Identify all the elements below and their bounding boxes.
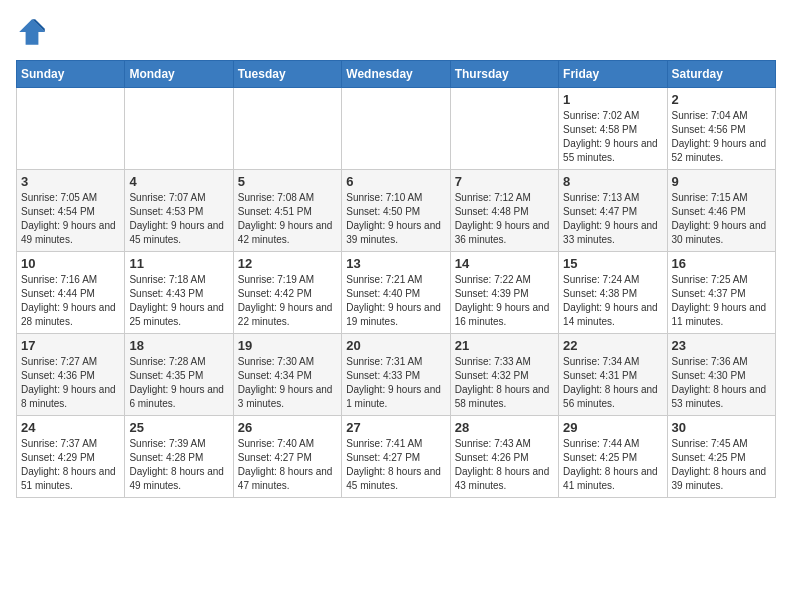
calendar-week-row: 1Sunrise: 7:02 AM Sunset: 4:58 PM Daylig… [17,88,776,170]
calendar-cell [17,88,125,170]
day-number: 5 [238,174,337,189]
calendar-cell: 2Sunrise: 7:04 AM Sunset: 4:56 PM Daylig… [667,88,775,170]
calendar-cell: 5Sunrise: 7:08 AM Sunset: 4:51 PM Daylig… [233,170,341,252]
day-number: 15 [563,256,662,271]
day-info: Sunrise: 7:22 AM Sunset: 4:39 PM Dayligh… [455,273,554,329]
day-info: Sunrise: 7:05 AM Sunset: 4:54 PM Dayligh… [21,191,120,247]
day-info: Sunrise: 7:45 AM Sunset: 4:25 PM Dayligh… [672,437,771,493]
calendar-cell: 16Sunrise: 7:25 AM Sunset: 4:37 PM Dayli… [667,252,775,334]
day-number: 2 [672,92,771,107]
calendar-cell: 30Sunrise: 7:45 AM Sunset: 4:25 PM Dayli… [667,416,775,498]
day-number: 7 [455,174,554,189]
day-number: 1 [563,92,662,107]
day-number: 6 [346,174,445,189]
day-number: 11 [129,256,228,271]
calendar-cell: 8Sunrise: 7:13 AM Sunset: 4:47 PM Daylig… [559,170,667,252]
day-info: Sunrise: 7:12 AM Sunset: 4:48 PM Dayligh… [455,191,554,247]
calendar-cell: 20Sunrise: 7:31 AM Sunset: 4:33 PM Dayli… [342,334,450,416]
calendar-cell: 13Sunrise: 7:21 AM Sunset: 4:40 PM Dayli… [342,252,450,334]
calendar-cell: 12Sunrise: 7:19 AM Sunset: 4:42 PM Dayli… [233,252,341,334]
day-info: Sunrise: 7:21 AM Sunset: 4:40 PM Dayligh… [346,273,445,329]
calendar-week-row: 10Sunrise: 7:16 AM Sunset: 4:44 PM Dayli… [17,252,776,334]
calendar-cell: 26Sunrise: 7:40 AM Sunset: 4:27 PM Dayli… [233,416,341,498]
day-number: 19 [238,338,337,353]
page-header [16,16,776,48]
calendar-cell: 1Sunrise: 7:02 AM Sunset: 4:58 PM Daylig… [559,88,667,170]
calendar-cell: 22Sunrise: 7:34 AM Sunset: 4:31 PM Dayli… [559,334,667,416]
day-info: Sunrise: 7:19 AM Sunset: 4:42 PM Dayligh… [238,273,337,329]
calendar-cell: 17Sunrise: 7:27 AM Sunset: 4:36 PM Dayli… [17,334,125,416]
day-info: Sunrise: 7:28 AM Sunset: 4:35 PM Dayligh… [129,355,228,411]
day-info: Sunrise: 7:18 AM Sunset: 4:43 PM Dayligh… [129,273,228,329]
calendar-week-row: 24Sunrise: 7:37 AM Sunset: 4:29 PM Dayli… [17,416,776,498]
calendar-cell [450,88,558,170]
day-info: Sunrise: 7:37 AM Sunset: 4:29 PM Dayligh… [21,437,120,493]
day-info: Sunrise: 7:07 AM Sunset: 4:53 PM Dayligh… [129,191,228,247]
day-info: Sunrise: 7:31 AM Sunset: 4:33 PM Dayligh… [346,355,445,411]
weekday-header: Sunday [17,61,125,88]
calendar-week-row: 17Sunrise: 7:27 AM Sunset: 4:36 PM Dayli… [17,334,776,416]
calendar-cell [125,88,233,170]
calendar-cell: 7Sunrise: 7:12 AM Sunset: 4:48 PM Daylig… [450,170,558,252]
day-number: 17 [21,338,120,353]
day-number: 16 [672,256,771,271]
day-number: 4 [129,174,228,189]
day-info: Sunrise: 7:15 AM Sunset: 4:46 PM Dayligh… [672,191,771,247]
day-info: Sunrise: 7:04 AM Sunset: 4:56 PM Dayligh… [672,109,771,165]
calendar-cell: 9Sunrise: 7:15 AM Sunset: 4:46 PM Daylig… [667,170,775,252]
weekday-header: Friday [559,61,667,88]
day-number: 25 [129,420,228,435]
day-info: Sunrise: 7:08 AM Sunset: 4:51 PM Dayligh… [238,191,337,247]
calendar-cell: 21Sunrise: 7:33 AM Sunset: 4:32 PM Dayli… [450,334,558,416]
day-info: Sunrise: 7:13 AM Sunset: 4:47 PM Dayligh… [563,191,662,247]
svg-marker-0 [19,19,45,45]
weekday-header: Wednesday [342,61,450,88]
day-number: 13 [346,256,445,271]
calendar-cell: 23Sunrise: 7:36 AM Sunset: 4:30 PM Dayli… [667,334,775,416]
logo [16,16,52,48]
day-info: Sunrise: 7:27 AM Sunset: 4:36 PM Dayligh… [21,355,120,411]
calendar-cell: 14Sunrise: 7:22 AM Sunset: 4:39 PM Dayli… [450,252,558,334]
calendar-cell: 24Sunrise: 7:37 AM Sunset: 4:29 PM Dayli… [17,416,125,498]
day-info: Sunrise: 7:43 AM Sunset: 4:26 PM Dayligh… [455,437,554,493]
calendar-cell: 6Sunrise: 7:10 AM Sunset: 4:50 PM Daylig… [342,170,450,252]
day-info: Sunrise: 7:39 AM Sunset: 4:28 PM Dayligh… [129,437,228,493]
day-number: 28 [455,420,554,435]
day-number: 22 [563,338,662,353]
day-info: Sunrise: 7:24 AM Sunset: 4:38 PM Dayligh… [563,273,662,329]
calendar-cell: 4Sunrise: 7:07 AM Sunset: 4:53 PM Daylig… [125,170,233,252]
calendar-week-row: 3Sunrise: 7:05 AM Sunset: 4:54 PM Daylig… [17,170,776,252]
calendar-cell: 10Sunrise: 7:16 AM Sunset: 4:44 PM Dayli… [17,252,125,334]
day-info: Sunrise: 7:34 AM Sunset: 4:31 PM Dayligh… [563,355,662,411]
day-info: Sunrise: 7:36 AM Sunset: 4:30 PM Dayligh… [672,355,771,411]
day-number: 20 [346,338,445,353]
calendar-cell: 27Sunrise: 7:41 AM Sunset: 4:27 PM Dayli… [342,416,450,498]
day-number: 29 [563,420,662,435]
logo-icon [16,16,48,48]
calendar-cell: 11Sunrise: 7:18 AM Sunset: 4:43 PM Dayli… [125,252,233,334]
day-number: 10 [21,256,120,271]
day-info: Sunrise: 7:30 AM Sunset: 4:34 PM Dayligh… [238,355,337,411]
weekday-header: Saturday [667,61,775,88]
day-number: 21 [455,338,554,353]
calendar-cell: 19Sunrise: 7:30 AM Sunset: 4:34 PM Dayli… [233,334,341,416]
day-info: Sunrise: 7:40 AM Sunset: 4:27 PM Dayligh… [238,437,337,493]
day-info: Sunrise: 7:33 AM Sunset: 4:32 PM Dayligh… [455,355,554,411]
calendar-cell: 3Sunrise: 7:05 AM Sunset: 4:54 PM Daylig… [17,170,125,252]
day-info: Sunrise: 7:10 AM Sunset: 4:50 PM Dayligh… [346,191,445,247]
calendar-table: SundayMondayTuesdayWednesdayThursdayFrid… [16,60,776,498]
day-number: 3 [21,174,120,189]
weekday-header: Thursday [450,61,558,88]
day-number: 23 [672,338,771,353]
calendar-cell: 29Sunrise: 7:44 AM Sunset: 4:25 PM Dayli… [559,416,667,498]
day-info: Sunrise: 7:25 AM Sunset: 4:37 PM Dayligh… [672,273,771,329]
calendar-cell: 18Sunrise: 7:28 AM Sunset: 4:35 PM Dayli… [125,334,233,416]
day-info: Sunrise: 7:02 AM Sunset: 4:58 PM Dayligh… [563,109,662,165]
day-info: Sunrise: 7:41 AM Sunset: 4:27 PM Dayligh… [346,437,445,493]
calendar-cell: 15Sunrise: 7:24 AM Sunset: 4:38 PM Dayli… [559,252,667,334]
calendar-cell: 28Sunrise: 7:43 AM Sunset: 4:26 PM Dayli… [450,416,558,498]
day-number: 30 [672,420,771,435]
calendar-header-row: SundayMondayTuesdayWednesdayThursdayFrid… [17,61,776,88]
calendar-cell: 25Sunrise: 7:39 AM Sunset: 4:28 PM Dayli… [125,416,233,498]
day-number: 9 [672,174,771,189]
